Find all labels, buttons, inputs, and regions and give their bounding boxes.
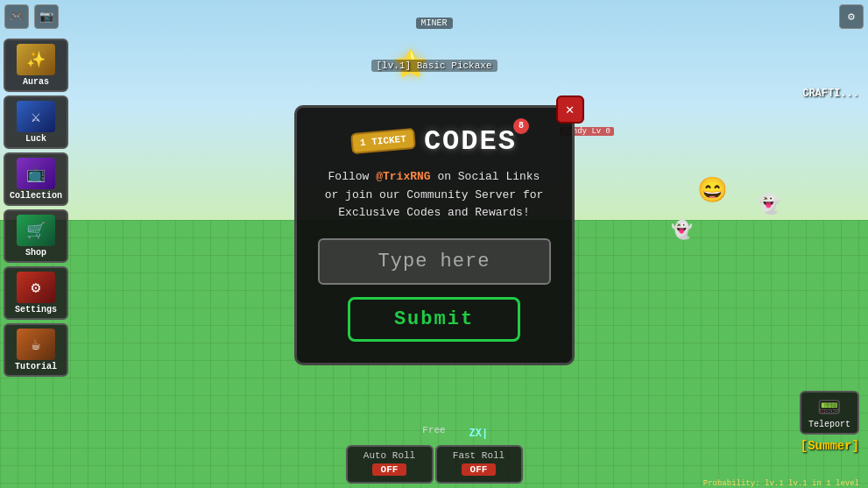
modal-description: Follow @TrixRNG on Social Links or join …	[318, 168, 551, 223]
codes-title-container: CODES 8	[424, 125, 517, 158]
code-input[interactable]	[318, 238, 551, 285]
desc-social-text: on Social Links	[431, 170, 540, 183]
ticket-badge: 1 TICKET	[350, 128, 416, 154]
desc-join-text: or join our Community Server for	[325, 188, 544, 202]
codes-modal: ✕ 1 TICKET CODES 8 Follow @TrixRNG on So…	[294, 105, 575, 365]
desc-follow-text: Follow	[328, 170, 377, 183]
modal-overlay: ✕ 1 TICKET CODES 8 Follow @TrixRNG on So…	[0, 0, 868, 488]
modal-header: 1 TICKET CODES 8	[318, 125, 551, 158]
codes-title: CODES	[424, 125, 517, 158]
close-modal-button[interactable]: ✕	[556, 95, 584, 124]
desc-exclusive-text: Exclusive Codes and Rewards!	[338, 206, 529, 219]
close-icon: ✕	[566, 101, 575, 118]
username-highlight: @TrixRNG	[376, 170, 430, 183]
codes-badge-count: 8	[513, 118, 529, 134]
submit-button[interactable]: Submit	[348, 297, 520, 342]
